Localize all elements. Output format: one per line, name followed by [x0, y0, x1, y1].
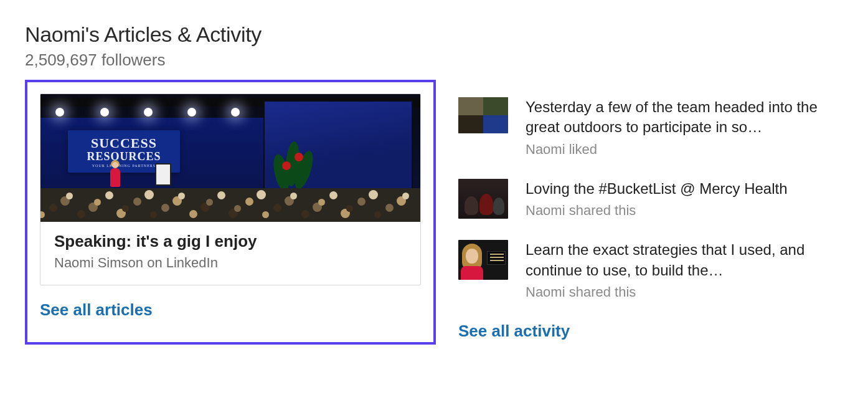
activity-column: Yesterday a few of the team headed into …: [458, 80, 832, 345]
activity-thumbnail: [458, 97, 508, 133]
articles-activity-section: Naomi's Articles & Activity 2,509,697 fo…: [0, 0, 868, 345]
activity-title: Yesterday a few of the team headed into …: [526, 97, 832, 138]
featured-article-subtitle: Naomi Simson on LinkedIn: [54, 255, 407, 271]
activity-title: Learn the exact strategies that I used, …: [526, 240, 832, 280]
see-all-articles-link[interactable]: See all articles: [40, 300, 153, 320]
activity-subtitle: Naomi shared this: [526, 203, 788, 219]
section-title: Naomi's Articles & Activity: [25, 22, 843, 47]
activity-thumbnail: [458, 240, 508, 280]
featured-article-cover-image: SUCCESS RESOURCES YOUR LEARNING PARTNERS: [40, 94, 420, 222]
activity-item[interactable]: Loving the #BucketList @ Mercy Health Na…: [458, 179, 832, 219]
activity-title: Loving the #BucketList @ Mercy Health: [526, 179, 788, 199]
activity-subtitle: Naomi shared this: [526, 284, 832, 300]
activity-thumbnail: [458, 179, 508, 219]
featured-article-title: Speaking: it's a gig I enjoy: [54, 232, 407, 251]
activity-subtitle: Naomi liked: [526, 141, 832, 158]
featured-highlight-box: SUCCESS RESOURCES YOUR LEARNING PARTNERS: [25, 80, 436, 345]
follower-count: 2,509,697 followers: [25, 50, 843, 70]
banner-line1: SUCCESS: [91, 135, 157, 151]
banner-line2: RESOURCES: [87, 150, 161, 163]
see-all-activity-link[interactable]: See all activity: [458, 322, 570, 340]
crowd-graphic: [40, 188, 420, 222]
articles-column: SUCCESS RESOURCES YOUR LEARNING PARTNERS: [25, 80, 436, 345]
activity-item[interactable]: Learn the exact strategies that I used, …: [458, 240, 832, 300]
activity-item[interactable]: Yesterday a few of the team headed into …: [458, 97, 832, 158]
banner-line3: YOUR LEARNING PARTNERS: [92, 164, 156, 168]
featured-article-card[interactable]: SUCCESS RESOURCES YOUR LEARNING PARTNERS: [40, 93, 421, 285]
